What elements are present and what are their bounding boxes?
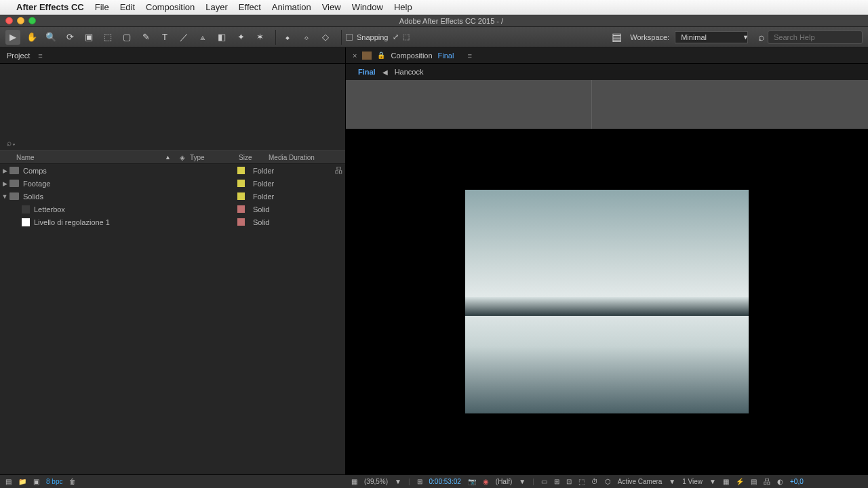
- snapping-toggle[interactable]: Snapping ⤢ ⬚: [346, 33, 410, 41]
- chevron-down-icon[interactable]: ▼: [395, 478, 401, 485]
- guides-icon[interactable]: ⊡: [566, 478, 572, 485]
- sort-asc-icon[interactable]: ▲: [165, 154, 171, 161]
- panel-menu-icon[interactable]: ≡: [467, 52, 471, 60]
- resolution-icon[interactable]: ⊞: [417, 478, 422, 485]
- composition-panel-header[interactable]: × 🔒 Composition Final ≡: [346, 47, 868, 64]
- resolution-select[interactable]: (Half): [496, 478, 512, 485]
- label-swatch[interactable]: [237, 205, 245, 213]
- camera-tool-icon[interactable]: ▣: [81, 30, 96, 45]
- minimize-window-icon[interactable]: [17, 17, 24, 24]
- roto-tool-icon[interactable]: ✦: [233, 30, 248, 45]
- axis-local-icon[interactable]: ⬥: [280, 30, 295, 45]
- type-tool-icon[interactable]: T: [157, 30, 172, 45]
- zoom-readout[interactable]: (39,5%): [364, 478, 388, 485]
- column-label[interactable]: ◈: [175, 154, 190, 161]
- menu-file[interactable]: File: [95, 2, 109, 12]
- label-swatch[interactable]: [237, 192, 245, 200]
- project-row-solids[interactable]: ▼ Solids Folder: [0, 190, 345, 203]
- chevron-down-icon[interactable]: ▼: [709, 478, 716, 485]
- rotate-tool-icon[interactable]: ⟳: [62, 30, 77, 45]
- fast-preview-icon[interactable]: ⚡: [736, 478, 744, 485]
- eraser-tool-icon[interactable]: ◧: [214, 30, 229, 45]
- pixel-aspect-icon[interactable]: ▦: [723, 478, 729, 485]
- composition-name[interactable]: Final: [438, 52, 454, 60]
- project-row-comps[interactable]: ▶ Comps Folder 品: [0, 164, 345, 177]
- column-size[interactable]: Size: [239, 154, 269, 161]
- views-select[interactable]: 1 View: [682, 478, 703, 485]
- mask-icon[interactable]: ⬚: [578, 478, 585, 485]
- puppet-tool-icon[interactable]: ✶: [252, 30, 267, 45]
- chevron-down-icon[interactable]: ▼: [669, 478, 675, 485]
- interpret-icon[interactable]: ▤: [5, 478, 12, 485]
- 3d-icon[interactable]: ⬡: [605, 478, 611, 485]
- disclosure-icon[interactable]: ▼: [1, 193, 8, 200]
- flowchart-icon[interactable]: 品: [332, 165, 345, 176]
- snap-bounds-icon[interactable]: ⬚: [403, 33, 410, 41]
- rectangle-tool-icon[interactable]: ▢: [119, 30, 134, 45]
- brush-tool-icon[interactable]: ／: [176, 30, 191, 45]
- close-window-icon[interactable]: [5, 17, 13, 24]
- column-type[interactable]: Type: [190, 154, 239, 161]
- workspace-select[interactable]: Minimal: [675, 31, 748, 43]
- menu-effect[interactable]: Effect: [239, 2, 261, 12]
- menu-edit[interactable]: Edit: [120, 2, 135, 12]
- crumb-sub[interactable]: Hancock: [395, 68, 424, 76]
- column-name[interactable]: Name▲: [0, 154, 175, 161]
- snapshot-icon[interactable]: 📷: [468, 478, 476, 485]
- menu-window[interactable]: Window: [352, 2, 383, 12]
- disclosure-icon[interactable]: ▶: [1, 167, 8, 174]
- project-tree[interactable]: ▶ Comps Folder 品 ▶ Footage Folder ▼ Soli…: [0, 164, 345, 474]
- project-row-adjustment[interactable]: · Livello di regolazione 1 Solid: [0, 216, 345, 228]
- chevron-down-icon[interactable]: ▼: [743, 34, 749, 41]
- pen-tool-icon[interactable]: ✎: [138, 30, 153, 45]
- new-folder-icon[interactable]: 📁: [18, 478, 26, 485]
- bpc-indicator[interactable]: 8 bpc: [46, 478, 62, 485]
- project-row-letterbox[interactable]: · Letterbox Solid: [0, 203, 345, 216]
- roi-icon[interactable]: ▭: [541, 478, 547, 485]
- axis-world-icon[interactable]: ⬦: [299, 30, 314, 45]
- selection-tool-icon[interactable]: ▶: [5, 30, 20, 45]
- timeline-icon[interactable]: ▤: [751, 478, 757, 485]
- panel-menu-icon[interactable]: ≡: [38, 52, 42, 60]
- search-icon[interactable]: ⌕▾: [7, 138, 16, 148]
- disclosure-icon[interactable]: ▶: [1, 180, 8, 187]
- alpha-icon[interactable]: ▦: [351, 478, 357, 485]
- chevron-left-icon[interactable]: ◀: [382, 68, 388, 76]
- menu-animation[interactable]: Animation: [272, 2, 311, 12]
- column-duration[interactable]: Media Duration: [269, 154, 345, 161]
- zoom-window-icon[interactable]: [28, 17, 36, 24]
- flowchart-icon[interactable]: 品: [764, 477, 770, 487]
- trash-icon[interactable]: 🗑: [69, 478, 76, 485]
- label-swatch[interactable]: [237, 218, 245, 226]
- grid-icon[interactable]: ⊞: [554, 478, 559, 485]
- channel-icon[interactable]: ◉: [483, 478, 489, 485]
- search-help-input[interactable]: [768, 30, 863, 44]
- composition-canvas[interactable]: [465, 190, 749, 413]
- timecode-readout[interactable]: 0:00:53:02: [429, 478, 461, 485]
- lock-icon[interactable]: 🔒: [377, 52, 385, 59]
- exposure-readout[interactable]: +0,0: [790, 478, 804, 485]
- composition-viewer[interactable]: Project Utility v1.2 ≡ PROJECT UTILITY S…: [346, 80, 868, 474]
- menu-help[interactable]: Help: [394, 2, 412, 12]
- crumb-active[interactable]: Final: [358, 68, 376, 76]
- menu-layer[interactable]: Layer: [205, 2, 228, 12]
- zoom-tool-icon[interactable]: 🔍: [43, 30, 58, 45]
- snap-extras-icon[interactable]: ⤢: [393, 33, 399, 41]
- time-icon[interactable]: ⏱: [591, 478, 598, 485]
- label-swatch[interactable]: [237, 167, 245, 174]
- close-tab-icon[interactable]: ×: [353, 52, 357, 60]
- pan-behind-tool-icon[interactable]: ⬚: [100, 30, 115, 45]
- project-panel-header[interactable]: Project ≡: [0, 47, 345, 64]
- exposure-reset-icon[interactable]: ◐: [777, 478, 783, 485]
- label-swatch[interactable]: [237, 180, 245, 187]
- hand-tool-icon[interactable]: ✋: [24, 30, 39, 45]
- menu-view[interactable]: View: [322, 2, 341, 12]
- project-row-footage[interactable]: ▶ Footage Folder: [0, 177, 345, 190]
- menu-composition[interactable]: Composition: [146, 2, 195, 12]
- new-comp-icon[interactable]: ▣: [33, 478, 39, 485]
- sync-icon[interactable]: ▤: [612, 30, 622, 43]
- chevron-down-icon[interactable]: ▼: [519, 478, 526, 485]
- checkbox-icon[interactable]: [346, 34, 353, 41]
- camera-select[interactable]: Active Camera: [618, 478, 663, 485]
- app-name[interactable]: After Effects CC: [16, 2, 84, 12]
